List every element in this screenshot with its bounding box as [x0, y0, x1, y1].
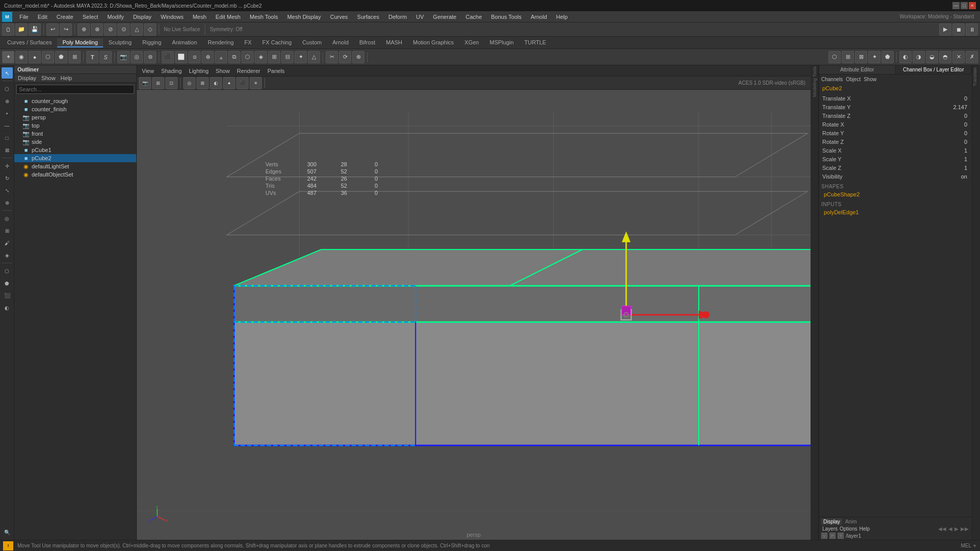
bridge-icon[interactable]: ⬜ — [175, 51, 187, 63]
menu-file[interactable]: File — [15, 13, 33, 21]
tab-animation[interactable]: Animation — [167, 38, 202, 47]
viewport-menu-panels[interactable]: Panels — [264, 67, 288, 74]
layer-p[interactable]: P — [829, 533, 836, 539]
minimize-button[interactable]: — — [952, 2, 960, 9]
cb-show-label[interactable]: Show — [864, 77, 876, 82]
tb-redo[interactable]: ↪ — [60, 23, 72, 36]
hide-icon[interactable]: ⊚ — [144, 51, 156, 63]
right-tool6[interactable]: ◐ — [899, 51, 912, 63]
menu-cache[interactable]: Cache — [461, 13, 486, 21]
menu-mesh-display[interactable]: Mesh Display — [283, 13, 325, 21]
text-tool-icon[interactable]: T — [86, 51, 99, 63]
le-arrow-3[interactable]: ▶ — [954, 526, 959, 532]
list-item[interactable]: 📷 side — [14, 138, 136, 146]
menu-create[interactable]: Create — [53, 13, 78, 21]
shape-name-value[interactable]: pCubeShape2 — [822, 191, 861, 198]
tab-fx[interactable]: FX — [239, 38, 257, 47]
translate-x-value[interactable]: 0 — [963, 95, 969, 102]
scale-tool-icon[interactable]: ⤡ — [2, 185, 13, 196]
tab-msplugin[interactable]: MSPlugin — [484, 38, 519, 47]
paint-tool-icon[interactable]: 🖌 — [2, 237, 13, 248]
tb-snap3[interactable]: ⊘ — [104, 23, 116, 36]
close-button[interactable]: ✕ — [969, 2, 976, 9]
outliner-menu-help[interactable]: Help — [59, 74, 74, 82]
side-icon-extra2[interactable]: ⬟ — [2, 278, 13, 289]
tab-turtle[interactable]: TURTLE — [519, 38, 551, 47]
right-tool4[interactable]: ✦ — [868, 51, 880, 63]
list-item[interactable]: ◉ defaultObjectSet — [14, 170, 136, 179]
show-manipulator-icon[interactable]: ◎ — [2, 213, 13, 224]
tab-attribute-editor[interactable]: Attribute Editor — [819, 65, 896, 74]
side-icon-extra1[interactable]: ⬡ — [2, 265, 13, 277]
list-item[interactable]: 📷 top — [14, 121, 136, 130]
duplicate-face-icon[interactable]: ⧉ — [228, 51, 240, 63]
visibility-value[interactable]: on — [960, 173, 969, 180]
menu-deform[interactable]: Deform — [384, 13, 411, 21]
menu-windows[interactable]: Windows — [157, 13, 188, 21]
viewport-menu-lighting[interactable]: Lighting — [186, 67, 212, 74]
outliner-menu-show[interactable]: Show — [40, 74, 57, 82]
le-arrow-4[interactable]: ▶▶ — [961, 526, 969, 532]
tb-render3[interactable]: ⏸ — [966, 23, 978, 36]
right-tool1[interactable]: ⬡ — [828, 51, 841, 63]
universal-tool-icon[interactable]: ⊕ — [2, 197, 13, 208]
layer-t[interactable]: T — [838, 533, 844, 539]
tb-new[interactable]: 🗋 — [2, 23, 14, 36]
menu-mesh-tools[interactable]: Mesh Tools — [246, 13, 282, 21]
tab-rendering[interactable]: Rendering — [203, 38, 239, 47]
list-item[interactable]: 📷 front — [14, 130, 136, 138]
vt-smooth[interactable]: ◎ — [183, 77, 195, 89]
component-icon[interactable]: ⊕ — [2, 95, 13, 107]
viewport-canvas[interactable]: Verts 300 28 0 Edges 507 52 0 Faces 242 … — [137, 90, 811, 540]
right-tool11[interactable]: ✗ — [966, 51, 978, 63]
select-mode-icon[interactable]: ↖ — [2, 67, 13, 79]
translate-z-value[interactable]: 0 — [963, 112, 969, 119]
list-item[interactable]: ■ counter_rough — [14, 97, 136, 105]
right-tool10[interactable]: ✕ — [952, 51, 965, 63]
menu-uv[interactable]: UV — [412, 13, 428, 21]
tb-render1[interactable]: ▶ — [939, 23, 951, 36]
tb-open[interactable]: 📁 — [15, 23, 28, 36]
last-tool-icon[interactable]: ⊞ — [2, 225, 13, 236]
smooth-icon[interactable]: ◈ — [255, 51, 267, 63]
rotate-z-value[interactable]: 0 — [963, 138, 969, 145]
cb-channels-label[interactable]: Channels — [821, 77, 843, 82]
vt-shade2[interactable]: ● — [223, 77, 235, 89]
tb-snap2[interactable]: ⊗ — [91, 23, 103, 36]
separate-icon[interactable]: ⊟ — [281, 51, 293, 63]
drag-select-icon[interactable]: ⬟ — [55, 51, 67, 63]
uv-icon[interactable]: ⊠ — [2, 144, 13, 156]
move-tool-icon[interactable]: ✛ — [2, 160, 13, 171]
select-tool-icon[interactable]: ✦ — [2, 51, 14, 63]
menu-mesh[interactable]: Mesh — [188, 13, 210, 21]
vt-shade1[interactable]: ◐ — [210, 77, 222, 89]
camera-icon[interactable]: 📷 — [117, 51, 130, 63]
viewport-menu-shading[interactable]: Shading — [158, 67, 185, 74]
extrude-icon[interactable]: ⬛ — [162, 51, 174, 63]
menu-arnold[interactable]: Arnold — [527, 13, 551, 21]
le-help-menu[interactable]: Help — [859, 526, 870, 532]
menu-help[interactable]: Help — [552, 13, 572, 21]
menu-select[interactable]: Select — [79, 13, 103, 21]
vt-light[interactable]: ☀ — [250, 77, 262, 89]
vertex-icon[interactable]: • — [2, 108, 13, 119]
mel-selector[interactable]: MEL ▼ — [961, 543, 977, 548]
tab-mash[interactable]: MASH — [381, 38, 407, 47]
menu-edit[interactable]: Edit — [34, 13, 52, 21]
tb-render2[interactable]: ⏹ — [952, 23, 965, 36]
extract-icon[interactable]: ⬡ — [241, 51, 254, 63]
viewport-menu-show[interactable]: Show — [213, 67, 233, 74]
le-arrow-2[interactable]: ◀ — [948, 526, 952, 532]
cleanup-icon[interactable]: ✦ — [295, 51, 307, 63]
combine-icon[interactable]: ⊞ — [268, 51, 280, 63]
rotate-y-value[interactable]: 0 — [963, 130, 969, 137]
tab-fx-caching[interactable]: FX Caching — [257, 38, 297, 47]
mel-dropdown-icon[interactable]: ▼ — [972, 543, 977, 548]
translate-y-value[interactable]: 2.147 — [951, 104, 969, 111]
viewport-menu-renderer[interactable]: Renderer — [234, 67, 263, 74]
scale-x-value[interactable]: 1 — [963, 147, 969, 154]
search-icon[interactable]: 🔍 — [2, 527, 13, 538]
vt-texture[interactable]: ⬛ — [236, 77, 249, 89]
le-layers-menu[interactable]: Layers — [822, 526, 838, 532]
edge-icon[interactable]: — — [2, 120, 13, 131]
